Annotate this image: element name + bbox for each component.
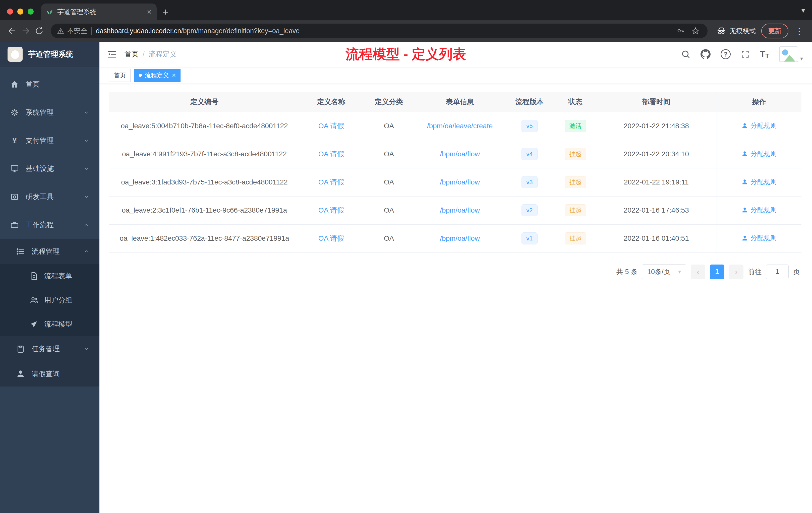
chevron-down-icon [83, 346, 89, 352]
url-divider [91, 27, 92, 35]
assign-rule-link[interactable]: 分配规则 [742, 149, 777, 158]
definition-name-link[interactable]: OA 请假 [318, 122, 344, 130]
app-title: 芋道管理系统 [28, 49, 73, 59]
incognito-label: 无痕模式 [730, 27, 756, 35]
help-icon[interactable]: ? [721, 49, 731, 59]
user-avatar[interactable] [779, 47, 798, 62]
assign-rule-link[interactable]: 分配规则 [742, 177, 777, 186]
sidebar-item-payment[interactable]: ¥ 支付管理 [0, 126, 99, 155]
form-link[interactable]: /bpm/oa/flow [440, 234, 480, 242]
incognito-icon [717, 26, 726, 36]
sidebar-item-leave-query[interactable]: 请假查询 [0, 361, 99, 387]
page-size-select[interactable]: 10条/页 ▾ [642, 264, 686, 279]
search-icon[interactable] [681, 50, 691, 59]
prev-page-button[interactable]: ‹ [691, 265, 705, 279]
menu-label: 流程管理 [32, 247, 60, 256]
workflow-submenu: 流程管理 流程表单 用户分组 流程模型 [0, 239, 99, 387]
monitor-icon [10, 164, 19, 173]
sidebar-item-process-model[interactable]: 流程模型 [0, 312, 99, 336]
paper-plane-icon [30, 320, 39, 329]
sidebar-item-system[interactable]: 系统管理 [0, 98, 99, 126]
home-icon [10, 80, 19, 89]
reload-icon[interactable] [34, 25, 45, 36]
menu-label: 用户分组 [44, 295, 72, 305]
col-form-info: 表单信息 [415, 92, 504, 112]
current-page[interactable]: 1 [710, 265, 724, 279]
chevron-down-icon [83, 165, 89, 172]
action-label: 分配规则 [751, 149, 777, 158]
sidebar-item-process-management[interactable]: 流程管理 [0, 239, 99, 264]
definition-name-link[interactable]: OA 请假 [318, 150, 344, 158]
sidebar-item-devtools[interactable]: 研发工具 [0, 183, 99, 211]
password-key-icon[interactable] [675, 25, 686, 36]
page-title: 流程模型 - 定义列表 [346, 45, 466, 63]
browser-menu-icon[interactable]: ⋮ [795, 26, 804, 36]
menu-label: 流程模型 [44, 320, 72, 329]
form-link[interactable]: /bpm/oa/flow [440, 150, 480, 158]
page-content: 定义编号 定义名称 定义分类 表单信息 流程版本 状态 部署时间 操作 oa_l… [99, 84, 812, 513]
new-tab-button[interactable]: + [163, 7, 169, 17]
window-close-button[interactable] [7, 8, 13, 14]
breadcrumb-separator: / [143, 50, 145, 58]
fullscreen-icon[interactable] [741, 50, 750, 59]
col-definition-id: 定义编号 [109, 92, 300, 112]
sidebar-fold-icon[interactable] [99, 49, 124, 59]
definition-id: oa_leave:1:482ec033-762a-11ec-8477-a2380… [109, 224, 300, 252]
window-zoom-button[interactable] [28, 8, 34, 14]
col-status: 状态 [555, 92, 596, 112]
back-icon[interactable] [6, 25, 18, 36]
browser-address-bar: 不安全 dashboard.yudao.iocoder.cn/bpm/manag… [0, 20, 812, 42]
sidebar-item-task-management[interactable]: 任务管理 [0, 336, 99, 361]
url-host: dashboard.yudao.iocoder.cn [96, 27, 181, 35]
browser-update-button[interactable]: 更新 [761, 24, 788, 38]
assign-rule-link[interactable]: 分配规则 [742, 234, 777, 242]
assign-rule-link[interactable]: 分配规则 [742, 121, 777, 130]
tab-favicon [46, 8, 53, 15]
tag-home[interactable]: 首页 [109, 69, 130, 82]
form-link[interactable]: /bpm/oa/flow [440, 206, 480, 214]
yen-icon: ¥ [10, 136, 19, 145]
breadcrumb-home[interactable]: 首页 [124, 50, 139, 59]
url-bar[interactable]: 不安全 dashboard.yudao.iocoder.cn/bpm/manag… [51, 24, 707, 38]
user-menu[interactable]: ▾ [779, 47, 803, 62]
tag-process-definition[interactable]: 流程定义 × [134, 69, 180, 82]
user-icon [742, 179, 748, 185]
deploy-time: 2022-01-16 01:40:51 [596, 224, 717, 252]
browser-tab[interactable]: 芋道管理系统 × [41, 3, 157, 20]
sidebar-item-workflow[interactable]: 工作流程 [0, 211, 99, 239]
definition-category: OA [362, 112, 415, 140]
chevron-down-icon [83, 194, 89, 200]
action-label: 分配规则 [751, 177, 777, 186]
menu-label: 系统管理 [26, 108, 54, 117]
menu-label: 流程表单 [44, 271, 72, 281]
sidebar-item-process-form[interactable]: 流程表单 [0, 264, 99, 288]
tab-close-icon[interactable]: × [147, 8, 152, 16]
tag-close-icon[interactable]: × [172, 72, 176, 79]
caret-down-icon: ▾ [800, 56, 803, 62]
window-minimize-button[interactable] [17, 8, 23, 14]
definition-name-link[interactable]: OA 请假 [318, 234, 344, 242]
definition-name-link[interactable]: OA 请假 [318, 178, 344, 186]
action-label: 分配规则 [751, 121, 777, 130]
sidebar-item-user-group[interactable]: 用户分组 [0, 288, 99, 312]
page-unit-label: 页 [793, 267, 800, 276]
definition-category: OA [362, 224, 415, 252]
person-icon [16, 369, 25, 379]
goto-page-input[interactable] [766, 265, 789, 279]
form-link[interactable]: /bpm/oa/flow [440, 178, 480, 186]
security-chip[interactable]: 不安全 [57, 26, 87, 35]
github-icon[interactable] [700, 49, 710, 59]
sidebar-item-infrastructure[interactable]: 基础设施 [0, 155, 99, 183]
font-size-icon[interactable]: T T [760, 49, 769, 59]
assign-rule-link[interactable]: 分配规则 [742, 206, 777, 214]
chevron-up-icon [83, 248, 89, 254]
tab-search-chevron-icon[interactable]: ▾ [802, 6, 805, 14]
next-page-button[interactable]: › [729, 265, 744, 279]
sidebar-item-home[interactable]: 首页 [0, 70, 99, 98]
forward-icon[interactable] [20, 25, 31, 36]
definition-name-link[interactable]: OA 请假 [318, 206, 344, 214]
form-link[interactable]: /bpm/oa/leave/create [427, 122, 493, 130]
action-label: 分配规则 [751, 206, 777, 214]
status-badge: 激活 [565, 120, 586, 132]
bookmark-star-icon[interactable] [690, 25, 701, 36]
